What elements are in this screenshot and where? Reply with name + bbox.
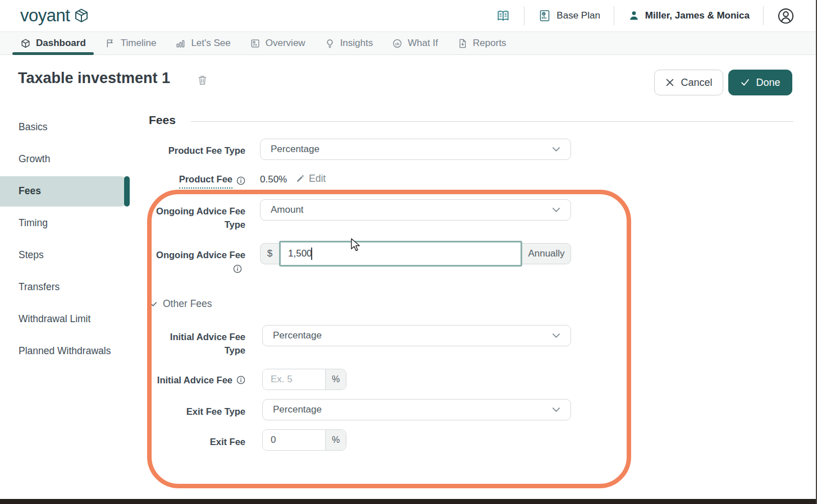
tab-insights[interactable]: Insights [315, 32, 383, 54]
info-icon[interactable] [236, 375, 245, 384]
exit-fee-input[interactable] [263, 430, 325, 450]
done-label: Done [756, 77, 780, 89]
sidebar-item-steps[interactable]: Steps [0, 239, 130, 271]
pencil-icon [296, 175, 304, 183]
chevron-down-icon [552, 207, 560, 213]
frequency-label: Annually [528, 248, 564, 259]
ongoing-advice-fee-type-label: Ongoing Advice Fee Type [147, 204, 245, 231]
initial-advice-fee-input[interactable] [263, 369, 325, 390]
profile-icon [777, 7, 795, 25]
settings-sidebar: Basics Growth Fees Timing Steps Transfer… [0, 111, 130, 367]
sidebar-item-label: Planned Withdrawals [19, 345, 111, 357]
ongoing-advice-fee-input[interactable] [279, 241, 522, 267]
fees-section-title: Fees [149, 113, 176, 127]
page-title: Taxable investment 1 [18, 70, 170, 87]
tab-label: What If [408, 38, 438, 49]
base-plan-button[interactable]: Base Plan [532, 6, 606, 26]
header-right-cluster: Base Plan Miller, James & Monica [490, 4, 817, 28]
product-fee-type-select[interactable]: Percentage [260, 139, 571, 160]
tab-label: Insights [340, 38, 373, 49]
bar-chart-icon [175, 38, 186, 49]
tab-lets-see[interactable]: Let's See [166, 32, 240, 54]
sidebar-item-basics[interactable]: Basics [0, 111, 130, 143]
frequency-suffix-button[interactable]: Annually [522, 243, 571, 264]
open-book-icon [496, 8, 510, 23]
done-button[interactable]: Done [728, 70, 792, 95]
client-name: Miller, James & Monica [645, 10, 750, 21]
exit-fee-type-select[interactable]: Percentage [262, 399, 571, 420]
sidebar-item-transfers[interactable]: Transfers [0, 271, 130, 303]
check-icon [740, 77, 750, 88]
page-actions: Cancel Done [654, 70, 792, 95]
chevron-down-icon [552, 407, 560, 413]
delete-investment-button[interactable] [197, 74, 208, 86]
info-icon[interactable] [236, 176, 245, 185]
client-selector-button[interactable]: Miller, James & Monica [622, 6, 755, 25]
header-divider [524, 6, 524, 25]
product-fee-type-value: Percentage [271, 144, 320, 155]
initial-advice-fee-group: % [262, 369, 346, 390]
other-fees-toggle[interactable]: Other Fees [149, 298, 212, 310]
base-plan-label: Base Plan [556, 10, 600, 21]
ongoing-advice-fee-type-select[interactable]: Amount [260, 199, 571, 221]
main-navbar: Dashboard Timeline Let's See [0, 32, 817, 55]
section-divider [191, 121, 793, 122]
cancel-label: Cancel [681, 77, 712, 89]
reports-document-icon [457, 38, 468, 49]
tab-label: Dashboard [36, 38, 86, 49]
initial-advice-fee-type-select[interactable]: Percentage [262, 325, 571, 346]
ongoing-advice-fee-label-row: Ongoing Advice Fee [147, 248, 245, 273]
bottom-taskbar-edge [0, 499, 817, 504]
plan-document-icon [538, 9, 551, 22]
tab-dashboard[interactable]: Dashboard [11, 32, 95, 54]
sidebar-item-timing[interactable]: Timing [0, 207, 130, 239]
other-fees-label: Other Fees [163, 298, 212, 310]
person-icon [628, 10, 640, 22]
sidebar-item-withdrawal-limit[interactable]: Withdrawal Limit [0, 303, 130, 335]
product-fee-label-row: Product Fee [147, 172, 245, 189]
product-fee-label[interactable]: Product Fee [179, 172, 232, 189]
chevron-down-icon [149, 301, 157, 307]
chevron-down-icon [552, 333, 560, 338]
product-fee-value: 0.50% [260, 174, 287, 185]
tab-timeline[interactable]: Timeline [95, 32, 166, 54]
initial-advice-fee-type-value: Percentage [273, 330, 322, 341]
overview-report-icon [250, 38, 261, 49]
top-header: voyant [0, 0, 817, 32]
chevron-down-icon [552, 146, 560, 152]
currency-prefix: $ [260, 243, 279, 264]
percent-unit: % [325, 430, 346, 450]
info-icon[interactable] [233, 264, 245, 273]
product-fee-type-label: Product Fee Type [147, 144, 245, 157]
text-caret [311, 248, 312, 260]
trash-icon [197, 74, 208, 86]
edit-label: Edit [309, 173, 326, 185]
sidebar-item-growth[interactable]: Growth [0, 143, 130, 175]
logo-text: voyant [20, 6, 70, 26]
exit-fee-label: Exit Fee [147, 435, 245, 448]
sidebar-item-fees[interactable]: Fees [0, 176, 130, 207]
tab-overview[interactable]: Overview [240, 32, 315, 54]
library-book-button[interactable] [490, 5, 516, 26]
sidebar-item-label: Basics [19, 121, 48, 133]
cancel-button[interactable]: Cancel [654, 70, 723, 95]
sidebar-item-label: Growth [19, 153, 50, 165]
tab-reports[interactable]: Reports [448, 32, 516, 54]
flag-icon [105, 38, 116, 49]
percent-unit: % [325, 369, 346, 390]
tab-what-if[interactable]: What If [382, 32, 448, 54]
voyant-logo[interactable]: voyant [20, 6, 90, 26]
tab-label: Let's See [191, 38, 230, 49]
exit-fee-type-label: Exit Fee Type [147, 405, 245, 418]
logo-cube-icon [73, 7, 90, 24]
header-divider [614, 6, 614, 25]
tab-label: Overview [266, 38, 305, 49]
tab-label: Reports [473, 38, 506, 49]
exit-fee-type-value: Percentage [273, 404, 322, 415]
exit-fee-group: % [262, 429, 346, 451]
app-window: voyant [0, 0, 817, 504]
profile-menu-button[interactable] [772, 4, 800, 28]
sidebar-item-planned-withdrawals[interactable]: Planned Withdrawals [0, 335, 130, 367]
product-fee-edit-link[interactable]: Edit [296, 173, 326, 185]
header-divider [763, 6, 764, 25]
